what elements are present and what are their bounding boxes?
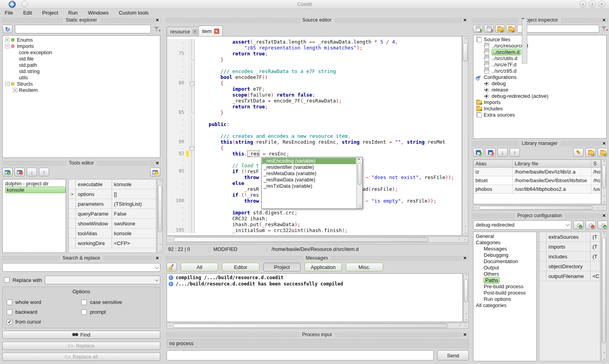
property-value[interactable]: (TStringList) xyxy=(112,199,156,209)
refresh-button[interactable]: ↻ xyxy=(2,25,13,33)
remove-file-button[interactable]: - xyxy=(484,25,493,33)
category-item[interactable]: All categories xyxy=(473,302,536,308)
clone-configuration-button[interactable]: ➜ xyxy=(598,221,608,229)
category-item[interactable]: Documentation xyxy=(473,258,536,264)
configuration-selector[interactable]: debug-redirected xyxy=(473,220,571,230)
property-row[interactable]: workingDire <CFP> xyxy=(69,238,156,248)
property-value[interactable]: konsole xyxy=(112,179,156,189)
symbol-tree-item[interactable]: std.file xyxy=(3,55,160,62)
property-row[interactable]: outputFilename <C xyxy=(539,271,600,281)
property-row[interactable]: imports (T xyxy=(539,242,600,252)
replace-with-checkbox[interactable] xyxy=(4,277,9,283)
replace-term-combobox[interactable] xyxy=(45,276,160,284)
project-tree-item[interactable]: ➜ Configurations xyxy=(473,74,606,80)
maximize-button[interactable]: ∧ xyxy=(589,1,596,7)
code-line[interactable]: . "z85 representation length mismatches"… xyxy=(167,45,462,51)
code-line[interactable]: 105 _initialSum = crc322uint(ihash.finis… xyxy=(167,227,462,233)
tab-close-icon[interactable]: ✕ xyxy=(193,29,198,34)
fold-gutter[interactable] xyxy=(189,145,195,151)
code-line[interactable]: . import std.digest.crc; xyxy=(167,210,462,216)
fold-gutter[interactable] xyxy=(189,80,195,86)
symbol-search-input[interactable] xyxy=(15,25,151,33)
symbol-tree-item[interactable]: std.string xyxy=(3,68,160,74)
property-row[interactable]: extraSources (T xyxy=(539,232,600,242)
move-library-up-button[interactable]: ↑ xyxy=(510,148,520,157)
project-tree-item[interactable]: ➜ Imports xyxy=(473,99,606,105)
completion-item[interactable]: _resTxtData (variable) xyxy=(262,183,356,189)
symbol-tree-item[interactable]: Enums xyxy=(3,37,160,43)
property-value[interactable]: [] xyxy=(112,189,156,199)
property-expander[interactable]: > xyxy=(69,189,76,199)
message-row[interactable]: i /.../build/resource.d.coedit has been … xyxy=(169,281,462,287)
add-file-button[interactable]: + xyxy=(473,25,482,33)
code-line[interactable]: . ihash.put(_resRawData); xyxy=(167,221,462,227)
filter-icon[interactable] xyxy=(601,26,608,32)
edit-library-button[interactable]: ✎ xyxy=(573,148,583,157)
property-value[interactable] xyxy=(591,262,600,271)
shade-button[interactable]: ∨ xyxy=(580,1,586,7)
close-panel-icon[interactable]: ✕ xyxy=(155,17,160,23)
category-item[interactable]: General xyxy=(473,233,536,239)
property-expander[interactable] xyxy=(69,219,76,228)
library-row[interactable]: iz /home/basile/Dev/Iz/lib/iz.a /ho xyxy=(473,168,601,176)
property-expander[interactable] xyxy=(539,271,547,281)
code-line[interactable]: . _resTxtData = encode_7F(_resRawData); xyxy=(167,98,462,104)
move-tool-down-button[interactable]: ↓ xyxy=(27,168,37,176)
project-tree-item[interactable]: ➜ ../src/item.d xyxy=(473,49,606,55)
code-line[interactable]: . /// creates and encodes a new resource… xyxy=(167,133,462,139)
message-filter-button[interactable]: All xyxy=(181,263,218,271)
category-item[interactable]: Paths xyxy=(473,277,536,283)
property-expander[interactable] xyxy=(539,232,547,241)
code-line[interactable]: . { xyxy=(167,145,462,151)
library-hscrollbar[interactable]: ‹ ‹ › xyxy=(473,205,607,210)
expander-icon[interactable] xyxy=(5,82,9,86)
project-tree-item[interactable]: ➜ ../src/utils.d xyxy=(473,55,606,61)
symbol-tree-item[interactable]: Imports xyxy=(3,43,160,49)
configuration-vscrollbar[interactable]: ⌃ ⌃ ⌄ xyxy=(601,232,607,361)
category-item[interactable]: Debugging xyxy=(473,252,536,258)
category-item[interactable]: Categories xyxy=(473,239,536,245)
message-filter-button[interactable]: Application xyxy=(304,263,342,271)
code-line[interactable]: . } xyxy=(167,57,462,62)
option-checkbox[interactable] xyxy=(81,309,87,315)
code-line[interactable]: . xyxy=(167,115,462,121)
symbol-tree-item[interactable]: ResItem xyxy=(3,87,160,93)
messages-hscrollbar[interactable]: ‹ ‹ › xyxy=(167,323,469,329)
add-library-button[interactable]: + xyxy=(473,148,483,157)
property-row[interactable]: includes (T xyxy=(539,252,600,262)
code-line[interactable]: . xyxy=(167,127,462,133)
completion-scrollbar[interactable]: ⌃ ⌃ ⌄ xyxy=(356,157,362,209)
project-tree-item[interactable]: ➜ debug-redirected (active) xyxy=(473,93,606,99)
clear-messages-button[interactable] xyxy=(167,263,177,271)
library-vscrollbar[interactable]: ⌃ ⌃ ⌄ xyxy=(601,159,607,204)
tab-close-icon[interactable]: ✕ xyxy=(214,29,219,34)
send-button[interactable]: Send xyxy=(437,350,469,360)
property-value[interactable]: swoNone xyxy=(112,219,156,228)
symbol-tree-item[interactable]: std.path xyxy=(3,62,160,68)
inspector-filter-input[interactable] xyxy=(517,25,599,33)
property-row[interactable]: executable konsole xyxy=(69,179,156,189)
expander-icon[interactable] xyxy=(13,88,17,92)
completion-item[interactable]: _resEncoding (variable) xyxy=(262,158,356,164)
project-tree-item[interactable]: ➜ Includes xyxy=(473,105,606,112)
menu-item[interactable]: File xyxy=(5,10,13,16)
library-from-project-button[interactable]: ↻ xyxy=(585,148,596,157)
menu-item[interactable]: Custom tools xyxy=(119,10,149,16)
close-panel-icon[interactable]: ✕ xyxy=(602,213,607,219)
message-filter-button[interactable]: Editor xyxy=(222,263,259,271)
library-row[interactable]: phobos /usr/lib64/libphobos2.a /us xyxy=(473,185,601,194)
property-expander[interactable] xyxy=(69,209,76,218)
menu-item[interactable]: Run xyxy=(68,10,78,16)
option-checkbox[interactable] xyxy=(7,309,12,315)
code-line[interactable]: . import e7F; xyxy=(167,86,462,92)
remove-configuration-button[interactable]: - xyxy=(585,221,596,229)
message-filter-button[interactable]: Project xyxy=(263,263,301,271)
tool-list-item[interactable]: konsole xyxy=(3,187,66,193)
property-value[interactable]: (T xyxy=(591,232,600,241)
add-folder-button[interactable]: + xyxy=(495,25,504,33)
menu-item[interactable]: Project xyxy=(42,10,58,16)
code-line[interactable]: . assert(_resTxtData.length == _resRawDa… xyxy=(167,39,462,45)
expander-icon[interactable] xyxy=(5,44,9,48)
message-row[interactable]: i compiling /.../build/resource.d.coedit xyxy=(169,274,462,281)
property-row[interactable]: showWindow swoNone xyxy=(69,219,156,229)
